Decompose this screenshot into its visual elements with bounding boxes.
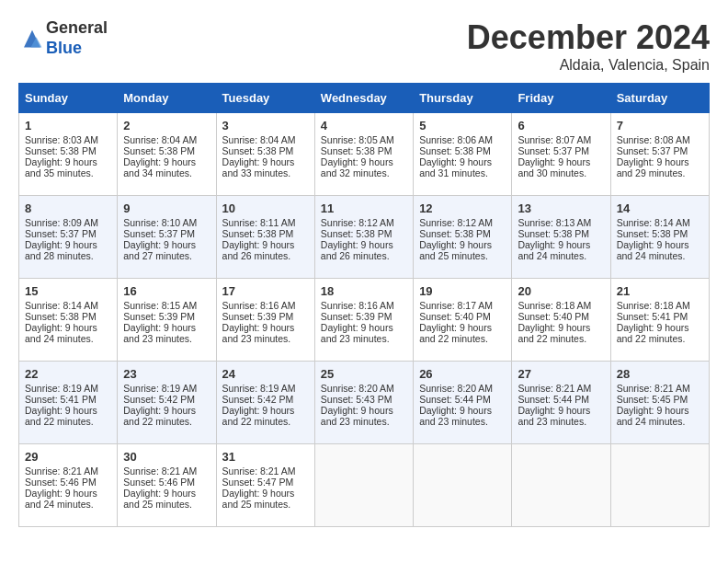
logo-blue: Blue [46,39,82,57]
calendar-cell: 18Sunrise: 8:16 AMSunset: 5:39 PMDayligh… [314,279,413,362]
col-friday: Friday [512,84,610,113]
sunset-time: Sunset: 5:38 PM [419,228,491,239]
sunset-time: Sunset: 5:38 PM [321,145,392,156]
calendar-cell: 10Sunrise: 8:11 AMSunset: 5:38 PMDayligh… [216,196,314,279]
col-tuesday: Tuesday [216,84,314,113]
sunset-time: Sunset: 5:38 PM [222,228,294,239]
day-number: 5 [419,119,506,132]
day-number: 2 [123,119,210,132]
calendar-cell: 9Sunrise: 8:10 AMSunset: 5:37 PMDaylight… [118,196,216,279]
sunrise-time: Sunrise: 8:21 AM [222,465,296,477]
calendar-cell: 23Sunrise: 8:19 AMSunset: 5:42 PMDayligh… [118,362,216,444]
sunset-time: Sunset: 5:37 PM [518,145,589,156]
calendar-cell: 7Sunrise: 8:08 AMSunset: 5:37 PMDaylight… [610,113,709,196]
daylight-hours: Daylight: 9 hours and 28 minutes. [25,239,97,261]
sunset-time: Sunset: 5:47 PM [222,477,294,488]
sunrise-time: Sunrise: 8:04 AM [222,134,296,145]
calendar-table: Sunday Monday Tuesday Wednesday Thursday… [18,83,710,527]
sunrise-time: Sunrise: 8:12 AM [419,217,493,228]
calendar-cell: 28Sunrise: 8:21 AMSunset: 5:45 PMDayligh… [610,362,709,444]
calendar-cell: 25Sunrise: 8:20 AMSunset: 5:43 PMDayligh… [314,362,413,444]
sunset-time: Sunset: 5:37 PM [617,145,688,156]
sunrise-time: Sunrise: 8:10 AM [123,217,197,228]
logo-icon [18,25,46,52]
calendar-cell: 20Sunrise: 8:18 AMSunset: 5:40 PMDayligh… [512,279,610,362]
calendar-week-3: 15Sunrise: 8:14 AMSunset: 5:38 PMDayligh… [19,279,710,362]
sunrise-time: Sunrise: 8:19 AM [222,383,296,394]
sunrise-time: Sunrise: 8:14 AM [617,217,690,228]
calendar-cell: 13Sunrise: 8:13 AMSunset: 5:38 PMDayligh… [512,196,610,279]
calendar-cell: 24Sunrise: 8:19 AMSunset: 5:42 PMDayligh… [216,362,314,444]
calendar-cell: 29Sunrise: 8:21 AMSunset: 5:46 PMDayligh… [19,444,118,527]
col-wednesday: Wednesday [314,84,413,113]
sunrise-time: Sunrise: 8:20 AM [321,383,394,394]
col-sunday: Sunday [19,84,118,113]
day-number: 22 [25,367,111,381]
sunset-time: Sunset: 5:40 PM [419,311,491,322]
sunrise-time: Sunrise: 8:19 AM [123,383,197,394]
day-number: 16 [123,284,210,298]
daylight-hours: Daylight: 9 hours and 22 minutes. [617,322,689,344]
calendar-cell: 6Sunrise: 8:07 AMSunset: 5:37 PMDaylight… [512,113,610,196]
sunrise-time: Sunrise: 8:05 AM [321,134,394,145]
daylight-hours: Daylight: 9 hours and 22 minutes. [25,405,97,427]
calendar-cell: 2Sunrise: 8:04 AMSunset: 5:38 PMDaylight… [118,113,216,196]
sunrise-time: Sunrise: 8:12 AM [321,217,394,228]
day-number: 19 [419,284,506,298]
sunset-time: Sunset: 5:39 PM [222,311,294,322]
daylight-hours: Daylight: 9 hours and 25 minutes. [222,488,295,510]
day-number: 4 [321,119,407,132]
day-number: 20 [518,284,604,298]
sunrise-time: Sunrise: 8:21 AM [25,465,98,477]
daylight-hours: Daylight: 9 hours and 22 minutes. [419,322,492,344]
calendar-cell: 31Sunrise: 8:21 AMSunset: 5:47 PMDayligh… [216,444,314,527]
logo-text: General Blue [46,18,108,58]
sunrise-time: Sunrise: 8:18 AM [518,300,591,311]
day-number: 6 [518,119,604,132]
calendar-cell: 8Sunrise: 8:09 AMSunset: 5:37 PMDaylight… [19,196,118,279]
col-monday: Monday [118,84,216,113]
sunrise-time: Sunrise: 8:21 AM [617,383,690,394]
calendar-cell [414,444,512,527]
daylight-hours: Daylight: 9 hours and 29 minutes. [617,156,689,178]
calendar-cell: 14Sunrise: 8:14 AMSunset: 5:38 PMDayligh… [610,196,709,279]
daylight-hours: Daylight: 9 hours and 25 minutes. [419,239,492,261]
day-number: 31 [222,450,309,464]
day-number: 17 [222,284,309,298]
sunrise-time: Sunrise: 8:03 AM [25,134,98,145]
day-number: 11 [321,201,407,215]
day-number: 12 [419,201,506,215]
sunrise-time: Sunrise: 8:16 AM [321,300,394,311]
sunrise-time: Sunrise: 8:17 AM [419,300,493,311]
day-number: 14 [617,201,703,215]
header: General Blue December 2024 Aldaia, Valen… [18,18,710,74]
day-number: 13 [518,201,604,215]
daylight-hours: Daylight: 9 hours and 27 minutes. [123,239,196,261]
sunset-time: Sunset: 5:38 PM [518,228,589,239]
daylight-hours: Daylight: 9 hours and 22 minutes. [222,405,295,427]
sunrise-time: Sunrise: 8:21 AM [123,465,197,477]
sunset-time: Sunset: 5:41 PM [617,311,688,322]
location-title: Aldaia, Valencia, Spain [467,57,710,74]
calendar-cell: 1Sunrise: 8:03 AMSunset: 5:38 PMDaylight… [19,113,118,196]
sunset-time: Sunset: 5:37 PM [123,228,195,239]
calendar-cell: 11Sunrise: 8:12 AMSunset: 5:38 PMDayligh… [314,196,413,279]
daylight-hours: Daylight: 9 hours and 24 minutes. [25,488,97,510]
calendar-cell: 17Sunrise: 8:16 AMSunset: 5:39 PMDayligh… [216,279,314,362]
page-container: General Blue December 2024 Aldaia, Valen… [18,18,710,527]
day-number: 7 [617,119,703,132]
calendar-cell: 15Sunrise: 8:14 AMSunset: 5:38 PMDayligh… [19,279,118,362]
daylight-hours: Daylight: 9 hours and 24 minutes. [617,239,689,261]
sunrise-time: Sunrise: 8:08 AM [617,134,690,145]
sunrise-time: Sunrise: 8:06 AM [419,134,493,145]
daylight-hours: Daylight: 9 hours and 22 minutes. [123,405,196,427]
sunset-time: Sunset: 5:37 PM [25,228,97,239]
daylight-hours: Daylight: 9 hours and 30 minutes. [518,156,590,178]
sunset-time: Sunset: 5:45 PM [617,394,688,405]
day-number: 3 [222,119,309,132]
sunset-time: Sunset: 5:46 PM [123,477,195,488]
sunrise-time: Sunrise: 8:14 AM [25,300,98,311]
daylight-hours: Daylight: 9 hours and 23 minutes. [321,405,393,427]
sunrise-time: Sunrise: 8:04 AM [123,134,197,145]
daylight-hours: Daylight: 9 hours and 23 minutes. [518,405,590,427]
